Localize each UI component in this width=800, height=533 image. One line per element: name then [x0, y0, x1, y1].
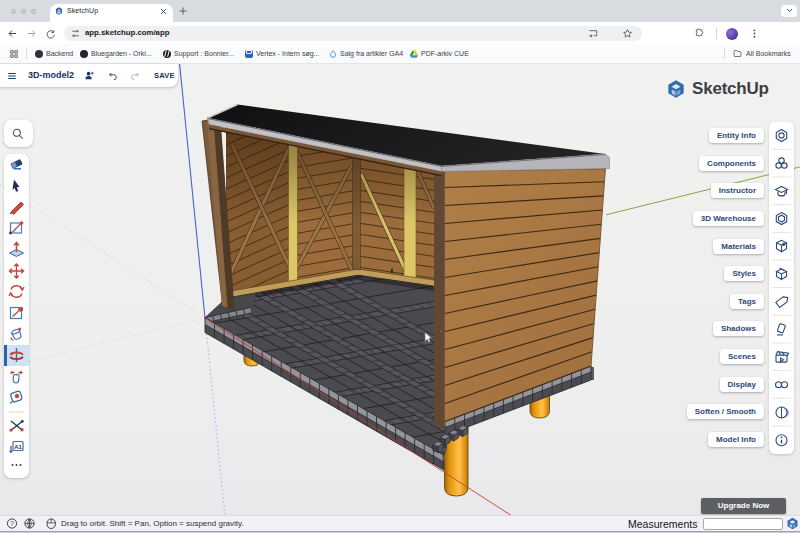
svg-text:?: ?: [10, 520, 14, 527]
svg-text:A1: A1: [14, 444, 22, 450]
